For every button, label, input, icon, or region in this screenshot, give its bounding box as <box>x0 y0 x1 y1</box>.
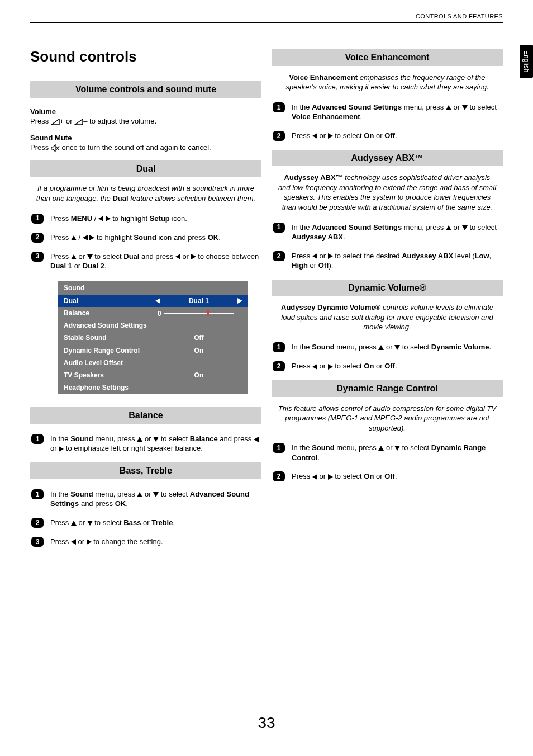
step-number: 1 <box>31 489 44 499</box>
left-arrow-icon <box>312 133 317 139</box>
section-abx: Audyssey ABX™ <box>272 150 503 167</box>
right-arrow-icon <box>191 254 196 259</box>
left-arrow-icon <box>175 254 180 259</box>
menu-row-drc: Dynamic Range Control On <box>58 344 248 357</box>
section-drc: Dynamic Range Control <box>272 380 503 397</box>
step-text: In the Advanced Sound Settings menu, pre… <box>292 102 503 122</box>
step-text: In the Sound menu, press or to select Ba… <box>50 434 261 453</box>
page-title: Sound controls <box>30 47 261 67</box>
abx-step-1: 1 In the Advanced Sound Settings menu, p… <box>272 223 503 242</box>
left-arrow-icon <box>98 216 103 221</box>
right-arrow-icon <box>106 216 111 221</box>
slider-zero-label: 0 <box>158 309 161 318</box>
section-balance: Balance <box>30 407 261 424</box>
slider-thumb <box>207 310 209 316</box>
step-text: Press MENU / to highlight Setup icon. <box>50 214 261 224</box>
dual-step-1: 1 Press MENU / to highlight Setup icon. <box>30 214 261 224</box>
step-text: In the Sound menu, press or to select Dy… <box>292 342 503 352</box>
breadcrumb: CONTROLS AND FEATURES <box>416 12 503 21</box>
left-arrow-icon <box>312 364 317 370</box>
up-arrow-icon <box>446 225 451 230</box>
voice-step-2: 2 Press or to select On or Off. <box>272 131 503 141</box>
voice-intro: Voice Enhancement emphasises the frequen… <box>277 73 497 92</box>
menu-row-balance: Balance 0 <box>58 307 248 319</box>
menu-value-text: Dual 1 <box>164 296 234 305</box>
dual-intro: If a programme or film is being broadcas… <box>36 183 256 203</box>
right-arrow-icon <box>328 133 333 139</box>
sound-menu: Sound Dual Dual 1 Balance 0 <box>58 281 248 394</box>
step-text: Press or to select On or Off. <box>292 131 503 141</box>
menu-label: Advanced Sound Settings <box>64 321 242 330</box>
step-text: Press or to change the setting. <box>50 537 261 547</box>
right-arrow-icon <box>237 298 242 304</box>
step-number: 2 <box>31 233 44 243</box>
step-number: 2 <box>273 471 285 481</box>
menu-row-tvspeakers: TV Speakers On <box>58 369 248 381</box>
step-number: 2 <box>273 131 285 141</box>
down-arrow-icon <box>153 437 159 442</box>
menu-label: Balance <box>64 309 155 318</box>
page-number: 33 <box>0 712 533 734</box>
right-arrow-icon <box>59 446 64 452</box>
right-arrow-icon <box>328 253 333 259</box>
up-arrow-icon <box>378 345 384 350</box>
step-number: 1 <box>273 443 285 453</box>
volume-triangle-icon <box>74 119 83 125</box>
section-dual: Dual <box>30 160 261 177</box>
menu-value: On <box>155 371 242 380</box>
step-text: Press or to select On or Off. <box>292 361 503 371</box>
down-arrow-icon <box>394 446 400 451</box>
volume-heading: Volume <box>30 107 261 117</box>
voice-step-1: 1 In the Advanced Sound Settings menu, p… <box>272 102 503 122</box>
step-number: 1 <box>273 223 285 233</box>
menu-value: Dual 1 <box>155 296 242 305</box>
menu-row-headphone: Headphone Settings <box>58 381 248 394</box>
step-number: 3 <box>31 252 44 262</box>
up-arrow-icon <box>137 437 142 442</box>
mute-heading: Sound Mute <box>30 133 261 143</box>
left-arrow-icon <box>71 539 76 545</box>
menu-row-stable: Stable Sound Off <box>58 332 248 344</box>
step-number: 3 <box>31 537 44 547</box>
language-tab: English <box>520 45 533 78</box>
volume-triangle-icon <box>51 119 60 125</box>
bass-step-3: 3 Press or to change the setting. <box>30 537 261 547</box>
menu-label: TV Speakers <box>64 371 155 380</box>
mute-icon <box>51 144 60 152</box>
step-number: 1 <box>273 342 285 352</box>
text: Press <box>30 117 51 125</box>
volume-body: Press + or – to adjust the volume. <box>30 116 261 126</box>
down-arrow-icon <box>153 492 159 497</box>
text: once to turn the sound off and again to … <box>61 143 211 152</box>
left-arrow-icon <box>83 235 88 240</box>
drc-step-2: 2 Press or to select On or Off. <box>272 471 503 481</box>
step-text: Press / to highlight Sound icon and pres… <box>50 233 261 243</box>
bass-step-1: 1 In the Sound menu, press or to select … <box>30 489 261 509</box>
step-text: Press or to select Bass or Treble. <box>50 518 261 528</box>
menu-label: Audio Level Offset <box>64 358 242 367</box>
menu-label: Headphone Settings <box>64 383 242 392</box>
menu-value: 0 <box>155 313 242 314</box>
up-arrow-icon <box>446 105 451 110</box>
menu-label: Dynamic Range Control <box>64 346 155 355</box>
menu-label: Dual <box>64 296 155 305</box>
menu-row-alo: Audio Level Offset <box>58 357 248 369</box>
drc-intro: This feature allows control of audio com… <box>277 404 497 433</box>
menu-row-ass: Advanced Sound Settings <box>58 319 248 332</box>
mute-body: Press once to turn the sound off and aga… <box>30 143 261 153</box>
menu-value: On <box>155 346 242 355</box>
up-arrow-icon <box>71 521 77 526</box>
header-rule <box>30 22 503 23</box>
text: Press <box>30 143 51 152</box>
dynvol-step-1: 1 In the Sound menu, press or to select … <box>272 342 503 352</box>
down-arrow-icon <box>462 225 468 230</box>
left-arrow-icon <box>312 474 317 480</box>
section-voice: Voice Enhancement <box>272 49 503 66</box>
menu-label: Stable Sound <box>64 333 155 342</box>
text: – to adjust the volume. <box>83 117 156 125</box>
right-arrow-icon <box>87 539 92 545</box>
section-volume: Volume controls and sound mute <box>30 81 261 98</box>
step-number: 2 <box>273 361 285 371</box>
down-arrow-icon <box>394 345 400 350</box>
step-number: 2 <box>31 518 44 528</box>
